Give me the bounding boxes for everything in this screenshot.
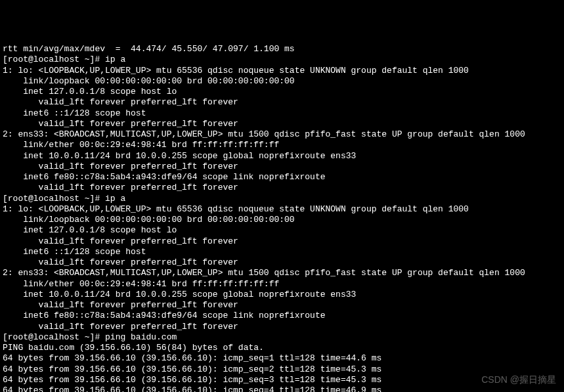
output-line: 64 bytes from 39.156.66.10 (39.156.66.10… [3, 375, 381, 385]
output-line: valid_lft forever preferred_lft forever [3, 236, 238, 246]
output-line: link/ether 00:0c:29:e4:98:41 brd ff:ff:f… [3, 140, 279, 150]
output-line: valid_lft forever preferred_lft forever [3, 119, 238, 129]
output-line: inet6 fe80::c78a:5ab4:a943:dfe9/64 scope… [3, 311, 325, 320]
output-line: valid_lft forever preferred_lft forever [3, 97, 238, 107]
terminal-output[interactable]: rtt min/avg/max/mdev = 44.474/ 45.550/ 4… [3, 44, 561, 392]
output-line: inet 10.0.0.11/24 brd 10.0.0.255 scope g… [3, 151, 356, 161]
output-line: 1: lo: <LOOPBACK,UP,LOWER_UP> mtu 65536 … [3, 204, 469, 214]
output-line: 2: ens33: <BROADCAST,MULTICAST,UP,LOWER_… [3, 129, 525, 139]
output-line: valid_lft forever preferred_lft forever [3, 300, 238, 310]
output-line: link/ether 00:0c:29:e4:98:41 brd ff:ff:f… [3, 279, 279, 289]
output-line: inet6 ::1/128 scope host [3, 108, 146, 118]
output-line: 64 bytes from 39.156.66.10 (39.156.66.10… [3, 364, 381, 374]
shell-prompt: [root@localhost ~]# ping baidu.com [3, 332, 177, 342]
output-line: valid_lft forever preferred_lft forever [3, 162, 238, 171]
output-line: inet6 ::1/128 scope host [3, 247, 146, 257]
output-line: valid_lft forever preferred_lft forever [3, 322, 238, 332]
output-line: 64 bytes from 39.156.66.10 (39.156.66.10… [3, 385, 381, 392]
output-line: valid_lft forever preferred_lft forever [3, 257, 238, 267]
output-line: inet 127.0.0.1/8 scope host lo [3, 87, 177, 97]
output-line: 64 bytes from 39.156.66.10 (39.156.66.10… [3, 353, 381, 363]
shell-prompt: [root@localhost ~]# ip a [3, 194, 125, 204]
output-line: 1: lo: <LOOPBACK,UP,LOWER_UP> mtu 65536 … [3, 66, 469, 76]
output-line: rtt min/avg/max/mdev = 44.474/ 45.550/ 4… [3, 44, 295, 54]
output-line: valid_lft forever preferred_lft forever [3, 183, 238, 192]
output-line: link/loopback 00:00:00:00:00:00 brd 00:0… [3, 215, 295, 225]
output-line: inet6 fe80::c78a:5ab4:a943:dfe9/64 scope… [3, 172, 325, 182]
output-line: inet 127.0.0.1/8 scope host lo [3, 225, 177, 235]
output-line: inet 10.0.0.11/24 brd 10.0.0.255 scope g… [3, 290, 356, 299]
output-line: 2: ens33: <BROADCAST,MULTICAST,UP,LOWER_… [3, 268, 525, 278]
output-line: PING baidu.com (39.156.66.10) 56(84) byt… [3, 343, 264, 353]
output-line: link/loopback 00:00:00:00:00:00 brd 00:0… [3, 76, 295, 86]
shell-prompt: [root@localhost ~]# ip a [3, 54, 125, 64]
